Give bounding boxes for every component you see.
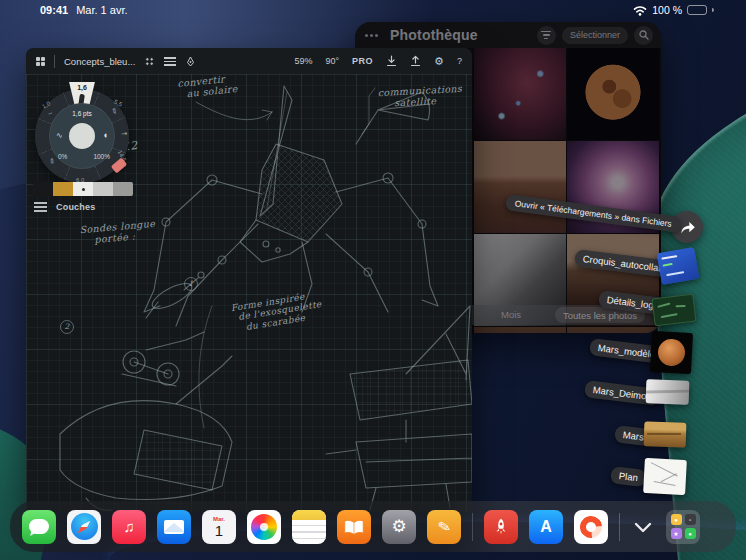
calendar-day: 1 — [215, 523, 223, 538]
swatch-gold[interactable] — [53, 182, 73, 196]
smoothing-icon[interactable]: ∿ — [56, 131, 63, 140]
dock-app-books[interactable] — [337, 510, 371, 544]
dock-app-messages[interactable] — [22, 510, 56, 544]
mail-envelope-icon — [164, 520, 184, 534]
drag-thumb-croquis-autocollants[interactable] — [657, 247, 700, 285]
swatch-black[interactable] — [33, 182, 53, 196]
concepts-toolbar: Concepts_bleu... 59% 90° PRO ⚙ ? — [26, 48, 472, 74]
dock-app-concepts[interactable]: ✎ — [427, 510, 461, 544]
photos-pinwheel-icon — [251, 514, 277, 540]
clock: 09:41 — [40, 4, 68, 16]
battery-percent: 100 % — [652, 4, 682, 16]
books-icon — [343, 518, 365, 536]
import-icon[interactable] — [386, 55, 397, 67]
tab-months[interactable]: Mois — [501, 309, 521, 320]
photo-tile-horsehead-nebula[interactable] — [474, 48, 566, 140]
dock-divider — [619, 513, 620, 541]
drag-thumb-mars-deimos[interactable] — [646, 379, 690, 404]
blend-mode-icon[interactable]: ◐ — [104, 130, 109, 140]
chevron-down-icon — [633, 520, 653, 534]
color-swatch-bar — [33, 182, 133, 196]
dock-app-library[interactable]: ●▫ ★● — [666, 510, 700, 544]
gallery-icon[interactable] — [36, 57, 45, 66]
gear-icon: ⚙ — [391, 516, 406, 537]
annotation-marker-2: 2 — [60, 320, 74, 334]
swatch-white-selected[interactable] — [73, 182, 93, 196]
dock-collapse-button[interactable] — [631, 510, 655, 544]
pro-badge[interactable]: PRO — [352, 56, 373, 66]
status-right: 100 % — [633, 4, 714, 16]
layers-label: Couches — [56, 202, 95, 212]
dock-app-music[interactable]: ♫ — [112, 510, 146, 544]
dock: ♫ Mar. 1 ⚙ ✎ A — [10, 501, 736, 552]
rotation-value[interactable]: 90° — [325, 56, 339, 66]
safari-compass-icon — [71, 513, 98, 540]
status-bar: 09:41 Mar. 1 avr. 100 % — [0, 0, 746, 20]
pen-icon: ✎ — [436, 516, 452, 536]
annotation-marker-1: 1 — [184, 277, 198, 291]
status-left: 09:41 Mar. 1 avr. — [40, 4, 128, 16]
dock-app-safari[interactable] — [67, 510, 101, 544]
drag-thumb-mars[interactable] — [644, 421, 687, 447]
dock-app-appstore[interactable]: A — [529, 510, 563, 544]
stroke-size-value[interactable]: 1,6 pts — [49, 110, 115, 117]
zoom-level[interactable]: 59% — [294, 56, 312, 66]
opacity-min[interactable]: 0% — [58, 153, 67, 160]
share-arrow-icon — [679, 220, 696, 235]
select-button[interactable]: Sélectionner — [562, 27, 628, 44]
pen-mode-icon[interactable] — [185, 56, 196, 67]
ipad-screen: 09:41 Mar. 1 avr. 100 % Photothèque Séle… — [0, 0, 746, 560]
brush-preview-dot[interactable] — [69, 123, 95, 149]
filter-button[interactable] — [537, 26, 556, 45]
dock-app-photos[interactable] — [247, 510, 281, 544]
layers-menu-icon[interactable] — [164, 57, 176, 66]
photo-tile-partial[interactable] — [474, 327, 566, 333]
calendar-month: Mar. — [213, 516, 225, 522]
rocket-icon — [491, 517, 511, 537]
dock-app-calendar[interactable]: Mar. 1 — [202, 510, 236, 544]
annotation-satellite: communications satellite — [377, 84, 463, 110]
dock-app-settings[interactable]: ⚙ — [382, 510, 416, 544]
filter-icon — [541, 31, 551, 40]
drag-thumb-details-logo[interactable] — [651, 294, 696, 327]
opacity-max[interactable]: 100% — [93, 153, 110, 160]
notes-icon — [292, 510, 326, 520]
dock-divider — [472, 513, 473, 541]
battery-icon — [687, 5, 707, 15]
dock-app-notes[interactable] — [292, 510, 326, 544]
drag-thumb-mars-modele[interactable] — [650, 331, 693, 374]
more-options-icon[interactable] — [363, 32, 380, 39]
messages-bubble-icon — [29, 519, 49, 534]
grid-settings-icon[interactable] — [144, 56, 155, 67]
swatch-gray[interactable] — [113, 182, 133, 196]
brush-settings-disc[interactable]: 1,6 pts ∿ ◐ 0% 100% — [49, 103, 115, 169]
dock-app-mail[interactable] — [157, 510, 191, 544]
photo-tile-mars-planet[interactable] — [567, 48, 659, 140]
swatch-lightgray[interactable] — [93, 182, 113, 196]
photo-tile-partial[interactable] — [567, 327, 659, 333]
document-title[interactable]: Concepts_bleu... — [64, 56, 135, 67]
export-icon[interactable] — [410, 55, 421, 67]
battery-nub — [712, 8, 714, 12]
dock-app-rocket[interactable] — [484, 510, 518, 544]
drag-thumb-plan[interactable] — [643, 458, 687, 495]
wifi-icon — [633, 5, 647, 16]
photos-header: Photothèque Sélectionner — [355, 22, 661, 48]
photo-tile-mars-hills[interactable] — [474, 141, 566, 233]
concepts-window: Concepts_bleu... 59% 90° PRO ⚙ ? — [26, 48, 472, 512]
search-button[interactable] — [634, 26, 653, 45]
search-icon — [639, 30, 649, 40]
toolbar-divider — [54, 55, 55, 68]
drawing-canvas[interactable]: convertir au solaire communications sate… — [26, 74, 472, 512]
c-swirl-icon — [576, 511, 607, 542]
dock-app-c-swirl[interactable] — [574, 510, 608, 544]
appstore-a-icon: A — [540, 518, 552, 536]
photos-title: Photothèque — [390, 27, 478, 43]
brush-tool-wheel[interactable]: 1,0 5,5 6,0 14,5 ~ ✎ ↗ ✎ 1,6 1,6 pts ∿ ◐ — [35, 89, 129, 183]
music-note-icon: ♫ — [123, 518, 134, 535]
layers-icon — [34, 202, 47, 212]
help-button[interactable]: ? — [457, 56, 462, 66]
app-library-icon: ●▫ ★● — [671, 514, 696, 539]
layers-panel-toggle[interactable]: Couches — [34, 202, 95, 212]
settings-gear-icon[interactable]: ⚙ — [434, 55, 444, 68]
